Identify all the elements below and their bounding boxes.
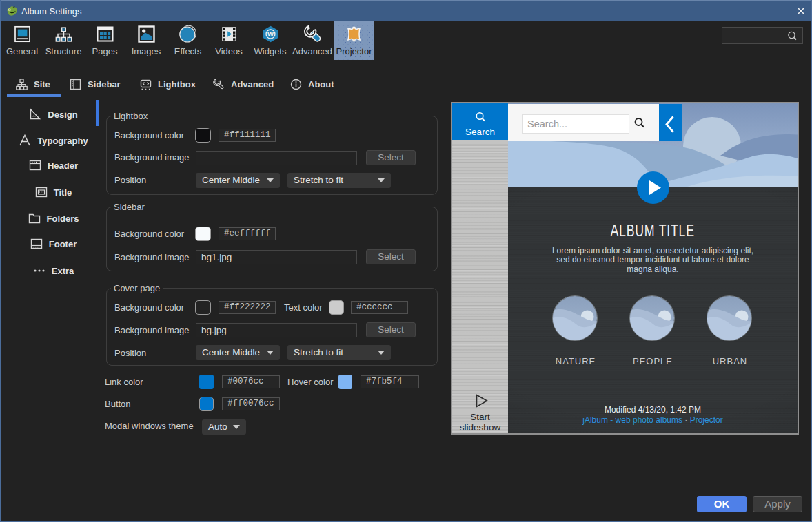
svg-text:w: w — [267, 30, 274, 38]
